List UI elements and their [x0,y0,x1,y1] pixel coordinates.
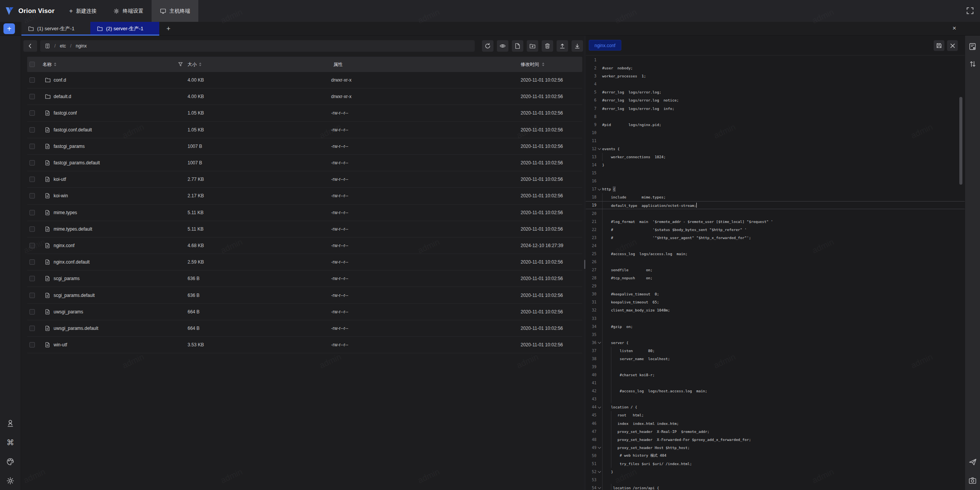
code-line[interactable]: 39 [586,363,965,371]
row-checkbox[interactable] [29,243,35,248]
code-line[interactable]: 6#error_log logs/error.log notice; [586,96,965,104]
code-line[interactable]: 37 listen 80; [586,347,965,355]
table-row[interactable]: conf.d4.00 KBdrwxr-xr-x2020-11-01 10:02:… [27,72,582,88]
row-checkbox[interactable] [29,177,35,182]
code-line[interactable]: 28 #tcp_nopush on; [586,274,965,282]
code-line[interactable]: 41 [586,379,965,387]
camera-icon[interactable] [968,476,977,485]
row-checkbox[interactable] [29,210,35,215]
table-row[interactable]: win-utf3.53 KB-rw-r--r--2020-11-01 10:02… [27,337,582,353]
fold-chevron-icon[interactable] [596,189,602,190]
code-line[interactable]: 53 [586,476,965,484]
code-line[interactable]: 3worker_processes 1; [586,72,965,80]
code-line[interactable]: 16 [586,177,965,185]
code-line[interactable]: 46 index index.html index.htm; [586,420,965,428]
row-checkbox[interactable] [29,77,35,83]
code-editor[interactable]: 12#user nobody;3worker_processes 1;45#er… [586,56,965,490]
table-row[interactable]: fastcgi.conf1.05 KB-rw-r--r--2020-11-01 … [27,105,582,121]
table-row[interactable]: scgi_params636 B-rw-r--r--2020-11-01 10:… [27,270,582,287]
refresh-button[interactable] [482,40,493,52]
code-line[interactable]: 44 location / { [586,403,965,411]
code-line[interactable]: 8 [586,113,965,121]
sort-mtime-icon[interactable] [542,62,544,66]
code-line[interactable]: 38 server_name localhost; [586,355,965,363]
code-line[interactable]: 13 worker_connections 1024; [586,153,965,161]
code-line[interactable]: 52 } [586,468,965,476]
code-line[interactable]: 42 #access_log logs/host.access.log main… [586,387,965,395]
sort-name-icon[interactable] [54,62,56,66]
row-checkbox[interactable] [29,276,35,281]
column-name[interactable]: 名称 [42,61,52,68]
code-line[interactable]: 19 default_type application/octet-stream… [586,201,965,209]
editor-scrollbar[interactable] [959,97,962,185]
code-line[interactable]: 48 proxy_set_header X-Forwarded-For $pro… [586,436,965,444]
table-row[interactable]: koi-utf2.77 KB-rw-r--r--2020-11-01 10:02… [27,171,582,188]
fold-chevron-icon[interactable] [596,407,602,408]
table-row[interactable]: fastcgi_params.default1007 B-rw-r--r--20… [27,155,582,171]
code-line[interactable]: 23 # '"$http_user_agent" "$http_x_forwar… [586,234,965,242]
code-line[interactable]: 12events { [586,145,965,153]
row-checkbox[interactable] [29,259,35,265]
code-line[interactable]: 40 #charset koi8-r; [586,371,965,379]
new-file-button[interactable] [512,40,523,52]
code-line[interactable]: 11 [586,137,965,145]
palette-icon[interactable] [6,457,15,466]
table-row[interactable]: nginx.conf.default2.59 KB-rw-r--r--2020-… [27,254,582,270]
sort-size-icon[interactable] [199,62,201,66]
file-name[interactable]: scgi_params.default [54,293,95,298]
close-panel-icon[interactable]: × [951,25,958,32]
file-name[interactable]: mime.types [54,210,77,215]
row-checkbox[interactable] [29,94,35,99]
session-tab-2[interactable]: (2) server-生产-1 [90,22,159,36]
code-line[interactable]: 49 proxy_set_header Host $http_host; [586,444,965,452]
back-button[interactable] [23,40,37,52]
file-name[interactable]: koi-win [54,193,68,198]
table-row[interactable]: koi-win2.17 KB-rw-r--r--2020-11-01 10:02… [27,188,582,204]
add-tab-button[interactable]: + [164,24,173,33]
file-name[interactable]: nginx.conf.default [54,259,90,265]
filter-icon[interactable] [178,62,183,67]
save-button[interactable] [934,40,944,51]
table-row[interactable]: scgi_params.default636 B-rw-r--r--2020-1… [27,287,582,303]
file-name[interactable]: fastcgi.conf.default [54,127,92,133]
code-line[interactable]: 29 [586,282,965,290]
code-line[interactable]: 17http { [586,185,965,193]
select-all-checkbox[interactable] [29,62,35,67]
file-name[interactable]: nginx.conf [54,243,75,248]
new-folder-button[interactable] [527,40,538,52]
code-line[interactable]: 15 [586,169,965,177]
gear-icon[interactable] [6,476,15,485]
file-name[interactable]: scgi_params [54,276,80,281]
eye-icon[interactable] [497,40,508,52]
code-line[interactable]: 51 try_files $uri $uri/ /index.html; [586,460,965,468]
menu-item-terminal-settings[interactable]: 终端设置 [105,0,152,22]
code-line[interactable]: 25 #access_log logs/access.log main; [586,250,965,258]
code-line[interactable]: 31 keepalive_timeout 65; [586,298,965,306]
code-line[interactable]: 5#error_log logs/error.log; [586,88,965,96]
column-size[interactable]: 大小 [188,61,197,68]
table-row[interactable]: uwsgi_params664 B-rw-r--r--2020-11-01 10… [27,304,582,320]
fold-chevron-icon[interactable] [596,471,602,472]
row-checkbox[interactable] [29,226,35,232]
row-checkbox[interactable] [29,326,35,331]
column-mtime[interactable]: 修改时间 [521,61,539,68]
file-name[interactable]: fastcgi.conf [54,110,77,116]
swap-arrows-icon[interactable] [968,59,977,69]
table-row[interactable]: nginx.conf4.68 KB-rw-r--r--2024-12-10 16… [27,238,582,254]
file-name[interactable]: win-utf [54,342,67,347]
code-line[interactable]: 24 [586,242,965,250]
code-line[interactable]: 7#error_log logs/error.log info; [586,104,965,112]
row-checkbox[interactable] [29,342,35,347]
code-line[interactable]: 35 [586,331,965,339]
code-line[interactable]: 34 #gzip on; [586,323,965,331]
file-name[interactable]: fastcgi_params.default [54,160,100,166]
code-line[interactable]: 30 #keepalive_timeout 0; [586,290,965,298]
bookmark-file-icon[interactable] [968,42,977,51]
code-line[interactable]: 22 # '$status $body_bytes_sent "$http_re… [586,226,965,234]
code-line[interactable]: 36 server { [586,339,965,347]
file-name[interactable]: uwsgi_params [54,309,83,315]
code-line[interactable]: 32 client_max_body_size 1048m; [586,306,965,314]
code-line[interactable]: 20 [586,209,965,217]
fullscreen-icon[interactable] [965,6,975,16]
file-name[interactable]: fastcgi_params [54,144,85,149]
